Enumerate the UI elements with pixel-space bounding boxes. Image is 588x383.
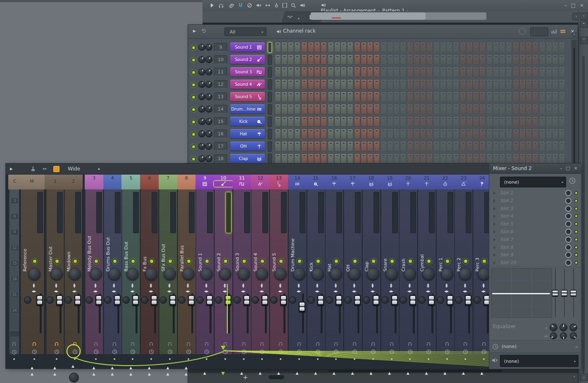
step-button[interactable] <box>328 42 334 52</box>
step-button[interactable] <box>460 141 466 151</box>
channel-pan-knob[interactable] <box>198 118 205 125</box>
clock-icon[interactable] <box>463 349 468 355</box>
step-button[interactable] <box>552 42 558 52</box>
stereo-arrows[interactable]: ◀▶ <box>425 291 431 293</box>
step-button[interactable] <box>426 67 433 77</box>
effect-slot-row[interactable]: Slot 2 <box>490 197 580 205</box>
step-button[interactable] <box>446 92 452 102</box>
dock-icon[interactable] <box>30 166 36 172</box>
step-button[interactable] <box>460 116 466 127</box>
arrow-left-icon[interactable]: ◀ <box>545 326 547 330</box>
route-up-arrow[interactable]: ▲ <box>166 372 169 376</box>
step-button[interactable] <box>532 92 538 102</box>
step-button[interactable] <box>519 154 526 164</box>
volume-fader[interactable] <box>280 295 287 306</box>
step-button[interactable] <box>552 54 558 65</box>
stereo-sep-knob[interactable] <box>178 296 186 304</box>
rack-zoombar[interactable] <box>269 375 284 379</box>
step-button[interactable] <box>367 42 373 52</box>
step-button[interactable] <box>393 42 400 52</box>
channel-pan-knob[interactable] <box>198 69 205 76</box>
route-up-arrow[interactable]: ▲ <box>277 371 280 375</box>
maximize-button[interactable]: □ <box>571 2 576 8</box>
route-up-arrow[interactable]: ▲ <box>185 366 188 370</box>
step-button[interactable] <box>539 129 545 139</box>
step-button[interactable] <box>426 141 433 151</box>
stereo-sep-knob[interactable] <box>64 296 72 304</box>
step-button[interactable] <box>453 141 459 151</box>
step-button[interactable] <box>446 104 452 114</box>
channel-volume-knob[interactable] <box>205 81 212 88</box>
slot-arrow-icon[interactable] <box>493 261 496 265</box>
step-button[interactable] <box>453 92 459 102</box>
step-button[interactable] <box>314 54 320 65</box>
step-button[interactable] <box>446 154 452 164</box>
step-button[interactable] <box>519 116 526 127</box>
step-button[interactable] <box>460 129 466 139</box>
step-button[interactable] <box>486 154 493 164</box>
step-button[interactable] <box>493 92 499 102</box>
step-button[interactable] <box>420 92 426 102</box>
slot-arrow-icon[interactable] <box>493 192 496 195</box>
route-up-arrow[interactable]: ▲ <box>93 366 95 370</box>
step-button[interactable] <box>539 67 545 77</box>
stereo-sep-knob[interactable] <box>86 296 93 304</box>
effect-slot-row[interactable]: Slot 6 <box>490 228 580 236</box>
step-button[interactable] <box>281 104 288 114</box>
step-button[interactable] <box>440 154 446 164</box>
strip-pan-knob[interactable] <box>50 268 63 280</box>
route-up-arrow[interactable]: ▲ <box>185 372 188 376</box>
track-header-20[interactable]: 20 <box>399 175 417 189</box>
step-button[interactable] <box>513 67 519 77</box>
clock-icon[interactable] <box>278 349 283 355</box>
step-button[interactable] <box>493 154 499 164</box>
strip-pan-knob[interactable] <box>182 268 195 280</box>
step-button[interactable] <box>473 129 479 139</box>
step-button[interactable] <box>361 154 367 164</box>
step-button[interactable] <box>506 92 512 102</box>
effect-slot-row[interactable]: Slot 5 <box>490 220 580 228</box>
step-button[interactable] <box>367 79 373 90</box>
step-button[interactable] <box>532 154 538 164</box>
h-arrows-icon[interactable] <box>265 2 271 8</box>
step-button[interactable] <box>381 129 387 139</box>
step-button[interactable] <box>393 116 400 127</box>
step-button[interactable] <box>433 79 440 90</box>
rack-hscrollbar[interactable] <box>188 369 578 373</box>
stereo-arrows[interactable]: ◀▶ <box>443 291 450 293</box>
step-button[interactable] <box>308 154 314 164</box>
eq-width-knob-2[interactable] <box>560 332 567 339</box>
close-button[interactable]: × <box>574 165 578 171</box>
eq-freq-knob-2[interactable] <box>559 324 567 331</box>
stereo-sep-knob[interactable] <box>215 296 222 304</box>
route-up-arrow[interactable]: ▲ <box>259 371 262 375</box>
track-updown-arrows[interactable]: ▲▼ <box>443 284 450 288</box>
step-button[interactable] <box>506 67 512 77</box>
curve-tab-icon[interactable] <box>298 14 304 20</box>
mixer-view-mode[interactable]: Wide <box>68 166 80 172</box>
step-button[interactable] <box>440 92 446 102</box>
step-button[interactable] <box>301 129 307 139</box>
slot-mix-knob[interactable] <box>565 260 571 266</box>
detach-icon[interactable] <box>19 166 24 172</box>
step-button[interactable] <box>275 141 281 151</box>
slot-arrow-icon[interactable] <box>493 253 496 257</box>
track-header-19[interactable]: 19 <box>381 175 399 189</box>
volume-fader[interactable] <box>465 295 471 306</box>
mixer-strip-9[interactable]: Sound 1▲▼◀▶▲ <box>196 189 214 354</box>
step-button[interactable] <box>499 79 505 90</box>
track-header-12[interactable]: 12 <box>251 175 269 189</box>
step-button[interactable] <box>308 79 314 90</box>
step-button[interactable] <box>314 79 320 90</box>
slot-arrow-icon[interactable] <box>493 215 496 218</box>
step-button[interactable] <box>506 42 512 52</box>
strip-pan-knob[interactable] <box>404 268 416 280</box>
track-updown-arrows[interactable]: ▲▼ <box>295 284 302 288</box>
step-button[interactable] <box>328 67 334 77</box>
step-button[interactable] <box>446 67 452 77</box>
mixer-strip-3[interactable]: Melody Bus Out▲▼◀▶▲▲ <box>85 189 103 354</box>
stereo-arrows[interactable]: ◀▶ <box>314 291 321 293</box>
strip-enable-led[interactable] <box>73 259 78 264</box>
step-button[interactable] <box>334 104 340 114</box>
step-button[interactable] <box>407 79 413 90</box>
